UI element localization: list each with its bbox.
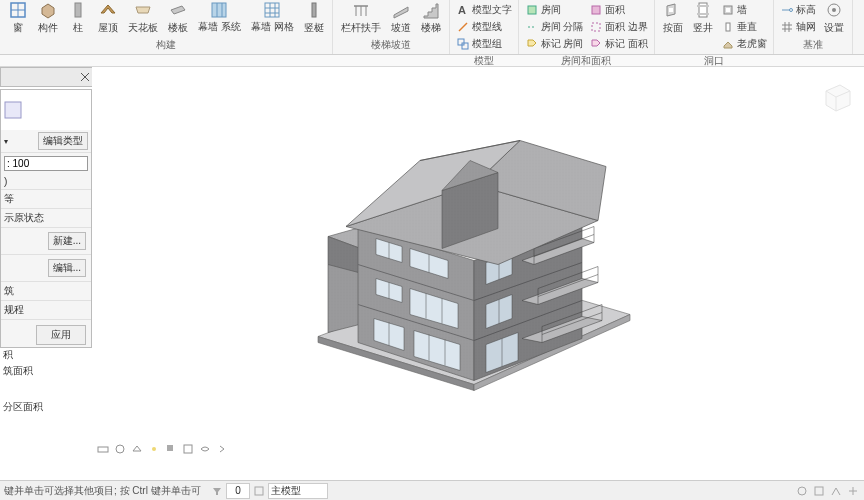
status-right: [795, 484, 860, 498]
panel-titlebar[interactable]: [0, 67, 94, 87]
tag-room-button[interactable]: 标记 房间: [523, 36, 586, 52]
selection-count[interactable]: 0: [226, 483, 250, 499]
scale-icon[interactable]: [96, 442, 110, 456]
dropdown-arrow-icon[interactable]: ▾: [4, 137, 8, 146]
group-icon: [456, 37, 470, 51]
visual-style-icon[interactable]: [130, 442, 144, 456]
filter-icon[interactable]: [210, 484, 224, 498]
list-item[interactable]: 分区面积: [0, 399, 92, 415]
crop-icon[interactable]: [181, 442, 195, 456]
properties-panel: ▾ 编辑类型 ) 等 示原状态 新建... 编辑... 筑 规程 应用: [0, 89, 92, 348]
ribbon: 窗 构件 柱 屋顶 天花板 楼板 幕墙 系统 幕墙 网格 竖梃 构建 栏杆扶手 …: [0, 0, 864, 55]
status-hint: 键并单击可选择其他项目; 按 Ctrl 键并单击可: [0, 484, 205, 498]
text-icon: A: [456, 3, 470, 17]
prop-row[interactable]: 规程: [1, 301, 91, 320]
edit-type-button[interactable]: 编辑类型: [38, 132, 88, 150]
svg-rect-42: [5, 102, 21, 118]
list-item[interactable]: 积: [0, 347, 92, 363]
model-group-button[interactable]: 模型组: [454, 36, 514, 52]
prop-row[interactable]: 筑: [1, 282, 91, 301]
prop-row[interactable]: 示原状态: [1, 209, 91, 228]
type-selector[interactable]: [1, 90, 91, 130]
view-control-bar: [96, 440, 229, 458]
area-boundary-button[interactable]: 面积 边界: [587, 19, 650, 35]
byface-button[interactable]: 按面: [659, 0, 687, 35]
window-button[interactable]: 窗: [4, 0, 32, 35]
model-house[interactable]: [298, 114, 658, 404]
prop-row[interactable]: ): [1, 174, 91, 190]
svg-point-79: [116, 445, 124, 453]
svg-text:A: A: [458, 4, 466, 16]
curtain-system-button[interactable]: 幕墙 系统: [194, 0, 245, 32]
prop-label: 示原状态: [4, 211, 44, 225]
prop-label: ): [4, 176, 7, 187]
mullion-button[interactable]: 竖梃: [300, 0, 328, 35]
curtain-system-icon: [209, 0, 229, 20]
status-bar: 键并单击可选择其他项目; 按 Ctrl 键并单击可 0 主模型: [0, 480, 864, 500]
component-button[interactable]: 构件: [34, 0, 62, 35]
scale-input-row[interactable]: [4, 156, 88, 171]
room-button[interactable]: 房间: [523, 2, 586, 18]
ribbon-group-label: 构建: [4, 36, 328, 54]
svg-rect-20: [462, 43, 468, 49]
apply-row: 应用: [1, 320, 91, 326]
hide-icon[interactable]: [198, 442, 212, 456]
status-icon[interactable]: [829, 484, 843, 498]
dormer-button[interactable]: 老虎窗: [719, 36, 769, 52]
room-separator-button[interactable]: 房间 分隔: [523, 19, 586, 35]
svg-rect-28: [697, 13, 709, 15]
model-icon[interactable]: [252, 484, 266, 498]
prop-row[interactable]: 等: [1, 190, 91, 209]
svg-rect-78: [98, 447, 108, 452]
ribbon-group-build: 窗 构件 柱 屋顶 天花板 楼板 幕墙 系统 幕墙 网格 竖梃 构建: [0, 0, 333, 54]
status-icon[interactable]: [846, 484, 860, 498]
list-item[interactable]: 筑面积: [0, 363, 92, 379]
ribbon-group-room: 房间 房间 分隔 标记 房间 面积 面积 边界 标记 面积 房间和面积: [519, 0, 656, 54]
panel-close-button[interactable]: [77, 69, 93, 85]
ceiling-button[interactable]: 天花板: [124, 0, 162, 35]
svg-rect-31: [726, 23, 730, 31]
ramp-button[interactable]: 坡道: [387, 0, 415, 35]
grid-button[interactable]: 轴网: [778, 19, 818, 35]
svg-rect-12: [312, 3, 316, 17]
line-icon: [456, 20, 470, 34]
model-line-button[interactable]: 模型线: [454, 19, 514, 35]
viewport-3d[interactable]: [92, 67, 864, 480]
curtain-grid-icon: [262, 0, 282, 20]
status-icon[interactable]: [795, 484, 809, 498]
area-button[interactable]: 面积: [587, 2, 650, 18]
status-icon[interactable]: [812, 484, 826, 498]
workset-dropdown[interactable]: 主模型: [268, 483, 328, 499]
curtain-grid-button[interactable]: 幕墙 网格: [247, 0, 298, 32]
shaft-button[interactable]: 竖井: [689, 0, 717, 35]
floor-button[interactable]: 楼板: [164, 0, 192, 35]
roof-button[interactable]: 屋顶: [94, 0, 122, 35]
mullion-icon: [304, 0, 324, 20]
railing-button[interactable]: 栏杆扶手: [337, 0, 385, 35]
shaft-icon: [693, 0, 713, 20]
settings-button[interactable]: 设置: [820, 0, 848, 35]
wall-opening-button[interactable]: 墙: [719, 2, 769, 18]
view-cube[interactable]: [816, 77, 856, 117]
ceiling-icon: [133, 0, 153, 20]
detail-icon[interactable]: [113, 442, 127, 456]
scale-input[interactable]: [7, 158, 85, 169]
svg-rect-27: [697, 5, 709, 7]
tag-icon: [525, 37, 539, 51]
ribbon-group-label: 楼梯坡道: [337, 36, 445, 54]
svg-rect-24: [592, 23, 600, 31]
apply-button[interactable]: 应用: [36, 325, 86, 345]
sun-icon[interactable]: [147, 442, 161, 456]
shadow-icon[interactable]: [164, 442, 178, 456]
stair-button[interactable]: 楼梯: [417, 0, 445, 35]
column-button[interactable]: 柱: [64, 0, 92, 35]
edit-button[interactable]: 编辑...: [48, 259, 86, 277]
svg-rect-19: [458, 39, 464, 45]
level-button[interactable]: 标高: [778, 2, 818, 18]
vertical-opening-button[interactable]: 垂直: [719, 19, 769, 35]
chevron-right-icon[interactable]: [215, 442, 229, 456]
floor-icon: [168, 0, 188, 20]
tag-area-button[interactable]: 标记 面积: [587, 36, 650, 52]
model-text-button[interactable]: A模型文字: [454, 2, 514, 18]
new-button[interactable]: 新建...: [48, 232, 86, 250]
